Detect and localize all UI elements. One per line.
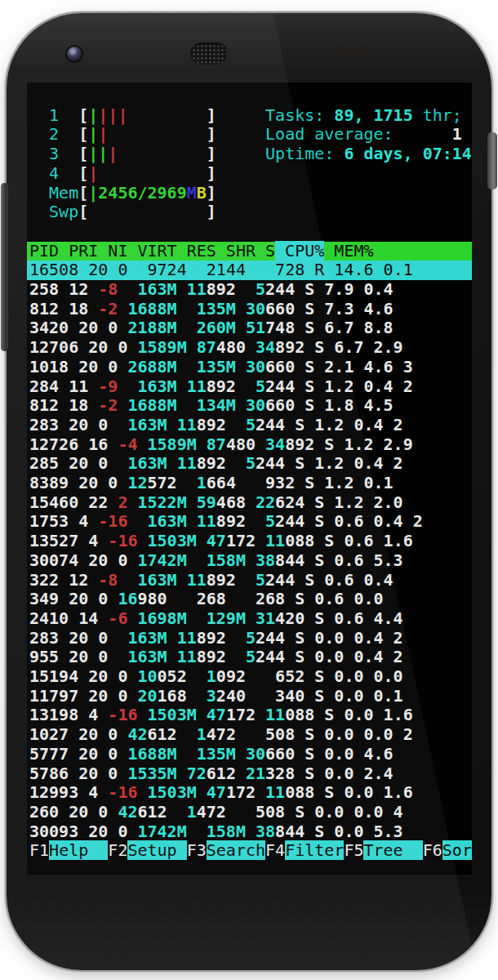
volume-button [1, 183, 8, 351]
process-row[interactable]: 3420 20 0 2188M 260M 51748 S 6.7 8.8 [27, 318, 472, 338]
meter-bracket: ] [207, 163, 216, 183]
meter-bar: | [108, 144, 118, 163]
meter-bracket: [ [78, 183, 88, 203]
process-row-selected[interactable]: 16508 20 0 9724 2144 728 R 14.6 0.1 [27, 261, 472, 280]
column-header-res: RES [177, 241, 216, 261]
meter-row-mem: Mem[|2456/2969MB] [27, 184, 472, 203]
mem-unit-m: M [187, 183, 197, 203]
process-row[interactable]: 284 11 -9 163M 11892 5244 S 1.2 0.4 2 [27, 377, 472, 397]
meter-bar: | [118, 105, 127, 125]
meter-bar: | [88, 183, 98, 203]
fkey-f5-label[interactable]: Tree [363, 840, 422, 860]
meter-bracket: ] [207, 144, 216, 163]
process-row[interactable]: 30093 20 0 1742M 158M 38844 S 0.0 5.3 [27, 822, 472, 842]
meter-label: 3 [29, 144, 78, 163]
process-row[interactable]: 13527 4 -16 1503M 47172 11088 S 0.6 1.6 [27, 532, 472, 551]
process-row[interactable]: 5786 20 0 1535M 72612 21328 S 0.0 2.4 [27, 764, 472, 784]
earpiece-speaker-icon [190, 42, 228, 65]
process-row[interactable]: 11797 20 0 20168 3240 340 S 0.0 0.1 [27, 687, 472, 706]
process-row[interactable]: 1018 20 0 2688M 135M 30660 S 2.1 4.6 3 [27, 358, 472, 377]
process-row[interactable]: 5777 20 0 1688M 135M 30660 S 0.0 4.6 [27, 745, 472, 764]
process-row[interactable]: 15194 20 0 10052 1092 652 S 0.0 0.0 [27, 667, 472, 687]
process-row[interactable]: 283 20 0 163M 11892 5244 S 1.2 0.4 2 [27, 416, 472, 435]
fkey-f3-key[interactable]: F3 [187, 840, 207, 860]
process-row[interactable]: 283 20 0 163M 11892 5244 S 0.0 0.4 2 [27, 629, 472, 648]
function-key-bar[interactable]: F1Help F2Setup F3SearchF4FilterF5Tree F6… [27, 841, 472, 861]
phone-screenshot: 1 [|||| ] Tasks: 89, 1715 thr; 2 [|| ] L… [0, 0, 498, 980]
meter-bracket: ] [207, 183, 216, 203]
process-row[interactable]: 1027 20 0 42612 1472 508 S 0.0 0.0 2 [27, 725, 472, 745]
process-row[interactable]: 12726 16 -4 1589M 87480 34892 S 1.2 2.9 [27, 435, 472, 455]
process-row[interactable]: 15460 22 2 1522M 59468 22624 S 1.2 2.0 [27, 493, 472, 513]
fkey-f3-label[interactable]: Search [207, 840, 265, 860]
meter-bracket: ] [207, 105, 216, 125]
meter-bar: | [98, 124, 108, 144]
meter-bracket: [ [78, 144, 88, 163]
process-row[interactable]: 322 12 -8 163M 11892 5244 S 0.6 0.4 [27, 571, 472, 590]
mem-usage-text: 2456/2969 [98, 183, 186, 203]
process-row[interactable]: 812 18 -2 1688M 134M 30660 S 1.8 4.5 [27, 396, 472, 416]
meter-bracket: [ [78, 163, 88, 183]
meter-bar: | [98, 105, 108, 125]
meter-bracket: ] [207, 124, 216, 144]
process-row[interactable]: 12993 4 -16 1503M 47172 11088 S 0.0 1.6 [27, 783, 472, 803]
meter-bar: | [88, 124, 98, 144]
htop-terminal: 1 [|||| ] Tasks: 89, 1715 thr; 2 [|| ] L… [27, 82, 472, 875]
fkey-f2-label[interactable]: Setup [127, 840, 186, 860]
meter-label: 2 [29, 124, 78, 144]
meter-bar: | [108, 105, 118, 125]
process-row[interactable]: 260 20 0 42612 1472 508 S 0.0 0.0 4 [27, 803, 472, 822]
proximity-sensor-icon [338, 46, 349, 56]
fkey-f4-label[interactable]: Filter [285, 840, 344, 860]
column-header-pri: PRI [59, 241, 98, 261]
meter-row-3: 3 [||| ] Uptime: 6 days, 07:14 [27, 145, 472, 164]
power-button [487, 132, 497, 189]
mem-unit-b: B [197, 183, 207, 203]
load-average-value: 1 [452, 124, 462, 144]
meter-bar: | [98, 144, 108, 163]
process-row[interactable]: 955 20 0 163M 11892 5244 S 0.0 0.4 2 [27, 648, 472, 667]
meter-label: Mem [29, 183, 78, 203]
column-header-cpupct: CPU% [275, 241, 324, 261]
column-header-ni: NI [98, 241, 127, 261]
process-row[interactable]: 8389 20 0 12572 1664 932 S 1.2 0.1 [27, 474, 472, 493]
meter-label: Swp [29, 202, 78, 221]
tasks-value: 89, 1715 [334, 105, 412, 125]
process-row[interactable]: 1753 4 -16 163M 11892 5244 S 0.6 0.4 2 [27, 512, 472, 532]
meter-row-swp: Swp[ ] [27, 203, 472, 222]
fkey-f1-label[interactable]: Help [49, 840, 108, 860]
meter-bar: | [88, 163, 98, 183]
fkey-f2-key[interactable]: F2 [108, 840, 127, 860]
column-header-mempct: MEM% [324, 241, 373, 261]
fkey-f4-key[interactable]: F4 [265, 840, 285, 860]
column-header-pid: PID [29, 241, 59, 261]
meter-row-4: 4 [| ] [27, 164, 472, 184]
meter-bar: | [88, 144, 98, 163]
process-row[interactable]: 13198 4 -16 1503M 47172 11088 S 0.0 1.6 [27, 706, 472, 725]
front-camera-icon [65, 45, 83, 63]
process-row[interactable]: 258 12 -8 163M 11892 5244 S 7.9 0.4 [27, 280, 472, 300]
terminal-screen: 1 [|||| ] Tasks: 89, 1715 thr; 2 [|| ] L… [27, 82, 472, 875]
meter-bracket: [ [78, 202, 88, 221]
process-row[interactable]: 349 20 0 16980 268 268 S 0.6 0.0 [27, 590, 472, 609]
meter-bar: | [88, 105, 98, 125]
process-row[interactable]: 30074 20 0 1742M 158M 38844 S 0.6 5.3 [27, 551, 472, 571]
process-row[interactable]: 12706 20 0 1589M 87480 34892 S 6.7 2.9 [27, 338, 472, 358]
fkey-f1-key[interactable]: F1 [29, 840, 49, 860]
column-header-shr: SHR [216, 241, 256, 261]
meter-label: 1 [29, 105, 78, 125]
table-header-row: PID PRI NI VIRT RES SHR S CPU% MEM% [27, 242, 472, 261]
meter-label: 4 [29, 163, 78, 183]
meter-row-1: 1 [|||| ] Tasks: 89, 1715 thr; [27, 106, 472, 126]
ambient-sensor-icon [356, 46, 367, 56]
column-header-virt: VIRT [127, 241, 176, 261]
process-row[interactable]: 2410 14 -6 1698M 129M 31420 S 0.6 4.4 [27, 609, 472, 629]
fkey-f5-key[interactable]: F5 [344, 840, 363, 860]
fkey-f6-label[interactable]: Sor [442, 840, 472, 860]
uptime-label: Uptime: [265, 144, 344, 163]
meter-row-2: 2 [|| ] Load average: 1 [27, 125, 472, 145]
process-row[interactable]: 285 20 0 163M 11892 5244 S 1.2 0.4 2 [27, 454, 472, 474]
meter-bracket: ] [207, 202, 216, 221]
process-row[interactable]: 812 18 -2 1688M 135M 30660 S 7.3 4.6 [27, 300, 472, 319]
fkey-f6-key[interactable]: F6 [423, 840, 442, 860]
